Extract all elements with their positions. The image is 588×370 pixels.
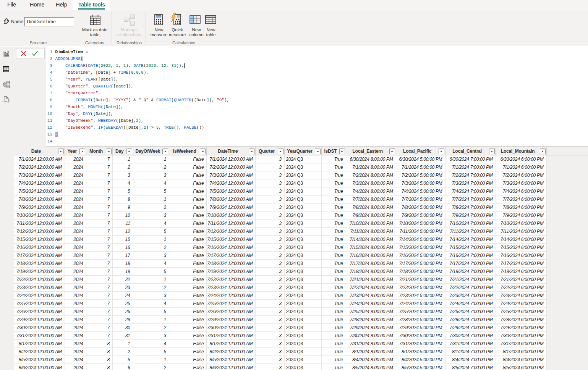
svg-text:DAX: DAX bbox=[3, 100, 8, 103]
